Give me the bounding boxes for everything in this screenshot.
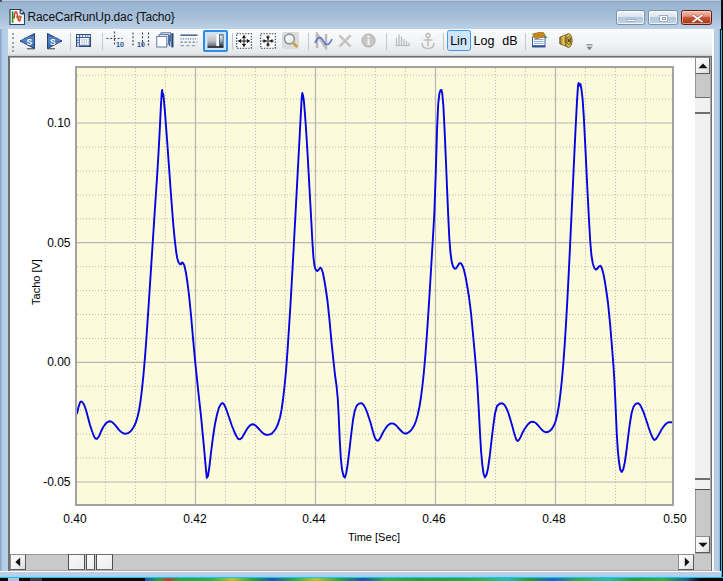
svg-text:10: 10 <box>137 41 145 48</box>
svg-text:S: S <box>26 37 32 47</box>
svg-text:S: S <box>50 37 56 47</box>
svg-text:10: 10 <box>116 41 124 48</box>
